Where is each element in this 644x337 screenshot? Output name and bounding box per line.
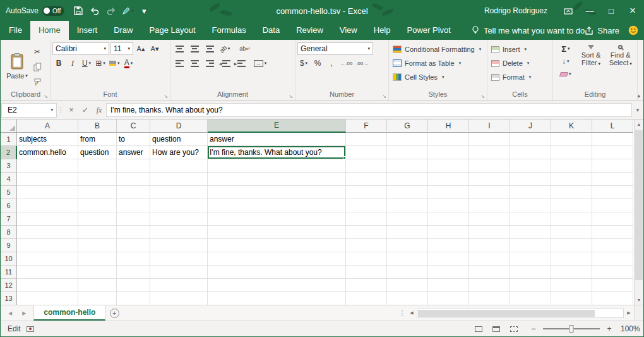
zoom-out-button[interactable]: − <box>530 324 537 333</box>
cell-H10[interactable] <box>428 252 469 266</box>
cell-J8[interactable] <box>510 226 551 239</box>
cell-F9[interactable] <box>346 239 387 252</box>
autosave-control[interactable]: AutoSave Off <box>6 6 64 16</box>
cell-K13[interactable] <box>551 292 592 305</box>
format-painter-button[interactable] <box>31 76 44 89</box>
vertical-scrollbar[interactable]: ▲ ▼ <box>634 119 643 305</box>
insert-cells-button[interactable]: Insert ▾ <box>489 42 551 56</box>
align-right-button[interactable] <box>203 57 217 70</box>
new-sheet-button[interactable]: + <box>105 305 123 321</box>
decrease-decimal-button[interactable]: .00→ <box>355 57 369 70</box>
cell-C1[interactable]: to <box>117 133 150 146</box>
conditional-formatting-button[interactable]: Conditional Formatting ▾ <box>391 42 485 56</box>
cell-L9[interactable] <box>592 239 633 252</box>
share-button[interactable]: Share <box>585 26 619 35</box>
cell-E8[interactable] <box>208 226 346 239</box>
cell-J5[interactable] <box>510 186 551 199</box>
row-header-2[interactable]: 2 <box>1 146 17 159</box>
cell-F1[interactable] <box>346 133 387 146</box>
cell-C3[interactable] <box>117 159 150 173</box>
top-align-button[interactable] <box>172 42 186 55</box>
accounting-format-button[interactable]: $▾ <box>297 57 310 70</box>
macro-record-icon[interactable] <box>27 326 34 332</box>
cell-D11[interactable] <box>150 266 208 279</box>
horizontal-scrollbar[interactable]: ◀ ▶ <box>407 305 634 321</box>
cell-K12[interactable] <box>551 279 592 292</box>
autosave-toggle[interactable]: Off <box>42 6 64 16</box>
cell-J12[interactable] <box>510 279 551 292</box>
format-cells-button[interactable]: Format ▾ <box>489 70 551 84</box>
cell-E2[interactable]: I'm fine, thanks. What about you? <box>208 146 346 159</box>
cell-D1[interactable]: question <box>150 133 208 146</box>
cell-J3[interactable] <box>510 159 551 173</box>
undo-button[interactable] <box>87 3 102 19</box>
cell-I10[interactable] <box>469 252 510 266</box>
cell-G12[interactable] <box>387 279 428 292</box>
cell-E11[interactable] <box>208 266 346 279</box>
cell-D8[interactable] <box>150 226 208 239</box>
cell-K3[interactable] <box>551 159 592 173</box>
cell-B3[interactable] <box>78 159 117 173</box>
cell-E9[interactable] <box>208 239 346 252</box>
cell-A2[interactable]: common.hello <box>17 146 78 159</box>
cell-B8[interactable] <box>78 226 117 239</box>
styles-dialog-launcher[interactable]: ↘ <box>480 94 485 99</box>
alignment-dialog-launcher[interactable]: ↘ <box>289 94 293 99</box>
cell-I13[interactable] <box>469 292 510 305</box>
cell-I5[interactable] <box>469 186 510 199</box>
cell-F5[interactable] <box>346 186 387 199</box>
align-left-button[interactable] <box>172 57 186 70</box>
cell-L6[interactable] <box>592 199 633 212</box>
row-header-12[interactable]: 12 <box>1 279 17 292</box>
increase-indent-button[interactable]: ▶ <box>233 57 247 70</box>
find-select-button[interactable]: Find & Select▾ <box>605 42 635 90</box>
row-header-8[interactable]: 8 <box>1 226 17 239</box>
cell-C7[interactable] <box>117 212 150 226</box>
sheet-tab-common-hello[interactable]: common-hello <box>33 305 105 321</box>
zoom-in-button[interactable]: + <box>605 324 613 333</box>
cell-styles-button[interactable]: Cell Styles ▾ <box>391 70 485 84</box>
cell-E12[interactable] <box>208 279 346 292</box>
cell-G11[interactable] <box>387 266 428 279</box>
tab-scrollbar-splitter[interactable]: ⋮ <box>398 305 407 321</box>
cell-K4[interactable] <box>551 173 592 186</box>
copy-button[interactable] <box>31 61 44 73</box>
tab-review[interactable]: Review <box>288 21 331 40</box>
clear-button[interactable]: ▾ <box>555 68 576 80</box>
cell-I2[interactable] <box>469 146 510 159</box>
cell-F12[interactable] <box>346 279 387 292</box>
cell-B1[interactable]: from <box>78 133 117 146</box>
cell-C12[interactable] <box>117 279 150 292</box>
tab-formulas[interactable]: Formulas <box>204 21 254 40</box>
fill-color-button[interactable]: ▾ <box>108 57 121 70</box>
cell-I6[interactable] <box>469 199 510 212</box>
cell-K9[interactable] <box>551 239 592 252</box>
cell-G10[interactable] <box>387 252 428 266</box>
horizontal-scroll-thumb[interactable] <box>418 310 595 317</box>
cell-G2[interactable] <box>387 146 428 159</box>
cell-A1[interactable]: subjects <box>17 133 78 146</box>
cell-L8[interactable] <box>592 226 633 239</box>
cell-A10[interactable] <box>17 252 78 266</box>
cell-F11[interactable] <box>346 266 387 279</box>
cell-I11[interactable] <box>469 266 510 279</box>
cell-H5[interactable] <box>428 186 469 199</box>
cell-L3[interactable] <box>592 159 633 173</box>
cell-A4[interactable] <box>17 173 78 186</box>
row-header-7[interactable]: 7 <box>1 212 17 226</box>
cell-F3[interactable] <box>346 159 387 173</box>
cell-L13[interactable] <box>592 292 633 305</box>
cell-G3[interactable] <box>387 159 428 173</box>
cell-K11[interactable] <box>551 266 592 279</box>
cell-H11[interactable] <box>428 266 469 279</box>
borders-button[interactable]: ⊞▾ <box>94 57 107 70</box>
cell-H6[interactable] <box>428 199 469 212</box>
align-center-button[interactable] <box>188 57 201 70</box>
column-header-I[interactable]: I <box>469 119 510 133</box>
cell-J7[interactable] <box>510 212 551 226</box>
row-header-4[interactable]: 4 <box>1 173 17 186</box>
column-header-F[interactable]: F <box>346 119 387 133</box>
cell-H13[interactable] <box>428 292 469 305</box>
vertical-scroll-thumb[interactable] <box>635 130 643 280</box>
cell-D7[interactable] <box>150 212 208 226</box>
